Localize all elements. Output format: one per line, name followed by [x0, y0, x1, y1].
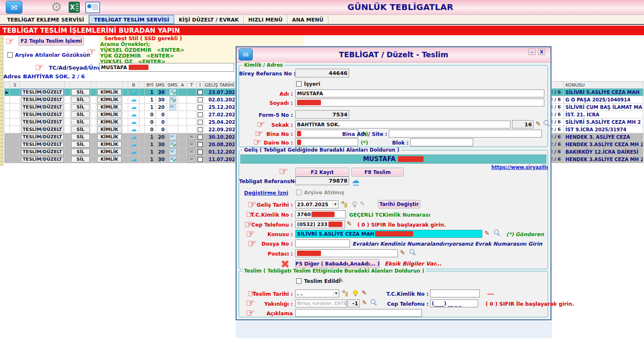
kimlik-button[interactable]: KİMLİK [97, 119, 122, 125]
row-checkbox[interactable] [198, 135, 203, 140]
collapsed-panel-strip[interactable] [0, 35, 3, 166]
f2-kayit-button[interactable]: F2 Kayıt [295, 168, 349, 176]
search-magnifier-icon[interactable] [371, 299, 377, 305]
kimlik-button[interactable]: KİMLİK [97, 149, 122, 155]
row-checkbox[interactable] [198, 142, 203, 147]
tc-kimlik-value: 3760 [297, 212, 311, 217]
teslim-tc-input[interactable] [430, 290, 480, 297]
sil-button[interactable]: SİL [71, 119, 90, 125]
contact-card-icon[interactable] [85, 2, 100, 13]
search-magnifier-icon[interactable] [543, 120, 550, 126]
mail-app-icon[interactable]: ✉ [6, 1, 22, 14]
adi-input[interactable]: MUSTAFA [295, 89, 544, 97]
edit-pencil-icon[interactable]: ✎ [536, 121, 541, 127]
tab-kisi-duzelt[interactable]: KİŞİ DÜZELT / EVRAK [174, 15, 244, 24]
f2-toplu-teslim-button[interactable]: F2 Toplu Teslim İşlemi [19, 36, 84, 46]
tab-tebligat-teslim[interactable]: TEBLİGAT TESLİM SERVİSİ [89, 15, 174, 24]
calendar-tree-icon[interactable] [342, 201, 347, 207]
teslim-duzelt-button[interactable]: TESLİM/DÜZELT [21, 149, 64, 155]
sokak-input[interactable]: BAHTİYAR SOK. [295, 121, 510, 128]
cep-telefonu-input[interactable]: (0532) 233 [295, 220, 345, 228]
row-checkbox[interactable] [198, 150, 203, 155]
kimlik-button[interactable]: KİMLİK [97, 126, 122, 133]
aciklama-input[interactable] [295, 309, 422, 317]
row-checkbox[interactable] [198, 120, 203, 125]
f5-diger-button[interactable]: F5 Diğer ( BabaAdı,AnaAdı... ) [295, 259, 380, 268]
arsive-atilmis-checkbox[interactable] [296, 190, 302, 195]
tc-kimlik-input[interactable]: 3760 [295, 210, 346, 218]
row-checkbox[interactable] [198, 112, 203, 117]
archive-visible-checkbox[interactable] [7, 52, 13, 58]
edit-pencil-icon[interactable]: ✎ [484, 230, 490, 237]
kimlik-button[interactable]: KİMLİK [97, 97, 122, 103]
kimlik-button[interactable]: KİMLİK [97, 89, 122, 95]
isyeri-checkbox[interactable] [296, 81, 302, 87]
edit-pencil-icon[interactable]: ✎ [362, 290, 367, 296]
konusu-input[interactable]: SİLİVRİ 5.ASLİYE CEZA MAH [295, 230, 482, 238]
degistirme-izni-link[interactable]: Değiştirme İzni [244, 190, 288, 196]
row-checkbox[interactable] [198, 97, 203, 102]
kimlik-button[interactable]: KİMLİK [97, 134, 122, 140]
blok-input[interactable] [410, 138, 473, 146]
yakinligi-input[interactable]: Birkaç karakter, ENTER... [295, 299, 347, 307]
row-checkbox[interactable] [198, 105, 203, 110]
tab-tebligat-ekleme[interactable]: TEBLİGAT EKLEME SERVİSİ [2, 15, 89, 24]
daire-no-input[interactable] [295, 138, 358, 146]
tarihi-degistir-button[interactable]: Tarihi Değiştir [378, 200, 420, 208]
row-checkbox[interactable] [198, 127, 203, 132]
row-checkbox[interactable] [198, 157, 203, 162]
teslim-duzelt-button[interactable]: TESLİM/DÜZELT [21, 126, 64, 133]
teslim-duzelt-button[interactable]: TESLİM/DÜZELT [21, 141, 64, 147]
row-checkbox[interactable] [198, 90, 203, 95]
search-input[interactable]: MUSTAFA [99, 63, 234, 72]
teslim-cep-input[interactable]: (____) __ _ _ [430, 299, 478, 307]
sil-button[interactable]: SİL [71, 126, 90, 133]
edit-pencil-icon[interactable]: ✎ [360, 201, 365, 207]
gear-icon[interactable]: ⚙ [51, 1, 62, 13]
sil-button[interactable]: SİL [71, 104, 90, 110]
cloud-network-icon[interactable]: ☁ [352, 176, 359, 184]
edit-pencil-icon[interactable]: ✎ [400, 250, 405, 256]
soyadi-input[interactable] [295, 99, 544, 106]
teslim-duzelt-button[interactable]: TESLİM/DÜZELT [21, 104, 64, 110]
dosya-no-input[interactable] [295, 239, 350, 247]
edit-pencil-icon[interactable]: ✎ [338, 278, 344, 284]
search-magnifier-icon[interactable] [409, 249, 416, 255]
website-link[interactable]: https://www.siryazilim.com/ES [491, 164, 548, 170]
excel-export-icon[interactable]: X [69, 2, 80, 13]
search-magnifier-icon[interactable] [494, 229, 500, 236]
sil-button[interactable]: SİL [71, 156, 90, 162]
kimlik-button[interactable]: KİMLİK [97, 141, 122, 147]
edit-pencil-icon[interactable]: ✎ [362, 300, 367, 306]
tab-ana-menu[interactable]: ANA MENÜ [287, 15, 328, 24]
postaci-input[interactable] [295, 249, 398, 257]
teslim-duzelt-button[interactable]: TESLİM/DÜZELT [21, 119, 64, 125]
bina-adi-input[interactable] [389, 130, 542, 138]
lightbulb-icon[interactable] [352, 201, 357, 206]
teslim-tarihi-dropdown[interactable]: . . ▼ [295, 290, 339, 297]
kimlik-button[interactable]: KİMLİK [97, 111, 122, 118]
teslim-duzelt-button[interactable]: TESLİM/DÜZELT [21, 89, 64, 95]
teslim-duzelt-button[interactable]: TESLİM/DÜZELT [21, 134, 64, 140]
sil-button[interactable]: SİL [71, 97, 90, 103]
minimize-button[interactable]: - [529, 48, 536, 55]
lightbulb-icon[interactable] [353, 290, 358, 295]
tab-hizli-menu[interactable]: HIZLI MENÜ [244, 15, 287, 24]
calendar-tree-icon[interactable] [342, 290, 348, 296]
teslim-duzelt-button[interactable]: TESLİM/DÜZELT [21, 111, 64, 118]
gelis-tarihi-dropdown[interactable]: 23.07.2025 ▼ [295, 200, 338, 208]
f8-teslim-button[interactable]: F8 Teslim [352, 168, 404, 176]
dialog-titlebar[interactable]: ✉ TEBLİGAT / Düzelt - Teslim - X [237, 47, 551, 63]
kimlik-button[interactable]: KİMLİK [97, 156, 122, 162]
kimlik-button[interactable]: KİMLİK [97, 104, 122, 110]
close-button[interactable]: X [538, 48, 545, 55]
teslim-duzelt-button[interactable]: TESLİM/DÜZELT [21, 97, 64, 103]
sil-button[interactable]: SİL [71, 141, 90, 147]
sil-button[interactable]: SİL [71, 149, 90, 155]
sil-button[interactable]: SİL [71, 134, 90, 140]
sil-button[interactable]: SİL [71, 111, 90, 118]
teslim-edildi-checkbox[interactable] [296, 278, 302, 284]
teslim-duzelt-button[interactable]: TESLİM/DÜZELT [21, 156, 64, 162]
edit-pencil-icon[interactable]: ✎ [347, 221, 352, 227]
sil-button[interactable]: SİL [71, 89, 90, 95]
